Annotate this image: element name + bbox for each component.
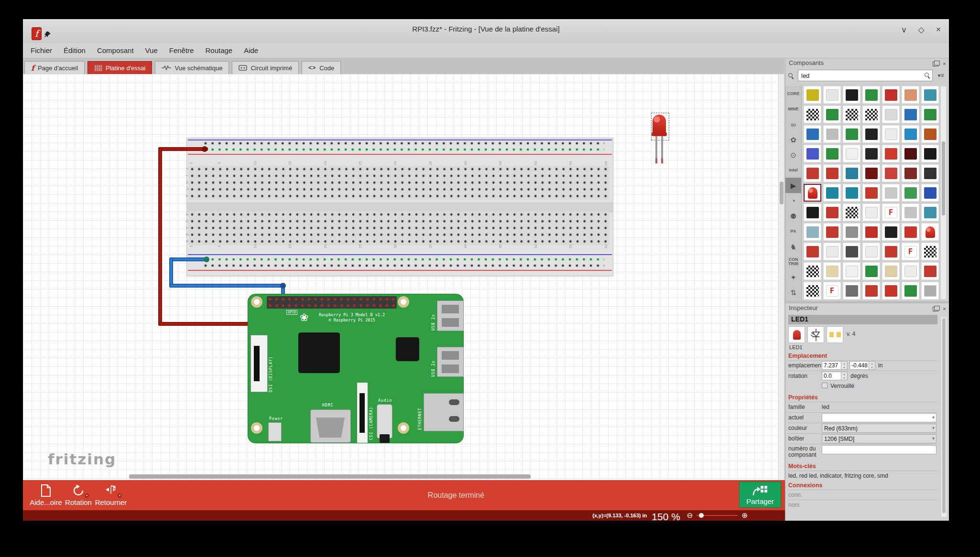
schematic-preview[interactable] [807, 326, 824, 343]
part-thumbnail[interactable]: F [823, 282, 841, 300]
part-thumbnail[interactable] [843, 106, 860, 123]
red-wire-segment[interactable] [158, 147, 208, 151]
part-thumbnail[interactable] [804, 262, 821, 280]
category-seeed[interactable]: ⊙ [785, 147, 801, 162]
part-thumbnail[interactable] [804, 125, 821, 143]
rail-holes-top-plus-connected[interactable] [202, 148, 604, 152]
blue-wire-bend[interactable] [280, 283, 286, 289]
led-leg[interactable] [661, 135, 663, 163]
led-part[interactable] [653, 115, 666, 135]
breadboard-bank-top[interactable] [189, 166, 609, 200]
parts-search-input[interactable] [798, 70, 933, 81]
part-thumbnail[interactable] [882, 125, 900, 143]
part-thumbnail[interactable] [823, 204, 841, 221]
breadboard-view-canvas[interactable]: 1155101015152020252530303535404045455050… [23, 74, 778, 480]
vertical-scrollbar-thumb[interactable] [780, 182, 784, 204]
part-thumbnail[interactable] [804, 106, 821, 123]
part-thumbnail[interactable] [882, 243, 900, 260]
part-thumbnail[interactable] [804, 145, 821, 162]
part-thumbnail[interactable] [862, 282, 880, 300]
dropdown-arrow[interactable]: ▾ [118, 493, 122, 498]
boitier-dropdown[interactable]: 1206 [SMD]▾ [822, 434, 936, 443]
part-thumbnail[interactable] [843, 145, 860, 162]
category-parallax[interactable]: PA [785, 224, 801, 239]
y-spin-arrows[interactable]: ▲▼ [869, 361, 875, 370]
part-thumbnail[interactable] [921, 204, 939, 221]
inspector-header[interactable]: Inspecteur × [785, 303, 949, 313]
maximize-button[interactable]: ◇ [916, 25, 926, 35]
minimize-button[interactable]: ∨ [899, 25, 909, 35]
rotation-field[interactable]: 0.0 [822, 372, 841, 380]
raspberry-pi-3-board[interactable]: GPIO ❀ Raspberry Pi 3 Model B v1.2 © Ras… [248, 294, 464, 443]
x-spin-arrows[interactable]: ▲▼ [841, 361, 848, 370]
part-thumbnail[interactable] [902, 282, 919, 300]
category-core[interactable]: CORE [785, 86, 801, 101]
horizontal-scrollbar[interactable] [129, 474, 531, 479]
red-wire-segment[interactable] [158, 147, 162, 326]
part-thumbnail[interactable] [921, 282, 939, 300]
share-button[interactable]: Partager [739, 482, 781, 508]
category-adafruit[interactable]: ✿ [785, 132, 801, 147]
part-thumbnail[interactable] [823, 106, 841, 123]
part-thumbnail[interactable] [823, 125, 841, 143]
part-thumbnail[interactable] [902, 204, 919, 221]
zoom-slider[interactable] [697, 512, 738, 519]
tab-code[interactable]: <>Code [302, 61, 341, 74]
rail-holes-bottom-minus-connected[interactable] [202, 257, 604, 262]
menu-dition[interactable]: Édition [58, 43, 91, 58]
part-thumbnail[interactable] [804, 223, 821, 241]
category-sparkfun[interactable]: ⚉ [785, 208, 801, 224]
breadboard-bank-bottom[interactable] [189, 211, 609, 245]
rail-holes-top-minus[interactable] [202, 141, 604, 146]
part-thumbnail[interactable] [921, 164, 939, 182]
close-panel-icon[interactable]: × [943, 59, 946, 69]
part-thumbnail[interactable] [902, 184, 919, 202]
title-bar[interactable]: f RPI3.fzz* - Fritzing - [Vue de la plat… [23, 19, 949, 43]
part-thumbnail[interactable] [902, 262, 919, 280]
part-thumbnail[interactable] [882, 262, 900, 280]
part-thumbnail[interactable] [843, 262, 860, 280]
part-thumbnail[interactable] [823, 86, 841, 104]
category-mine[interactable]: MINE [785, 101, 801, 117]
couleur-dropdown[interactable]: Red (633nm)▾ [822, 424, 936, 433]
part-thumbnail[interactable] [921, 243, 939, 260]
category-intel[interactable]: intel [785, 162, 801, 178]
part-thumbnail[interactable] [882, 223, 900, 241]
zoom-in-icon[interactable]: ⊕ [741, 511, 748, 520]
rotation-button[interactable]: ▾Rotation [62, 484, 95, 506]
part-thumbnail[interactable] [902, 145, 919, 162]
retourner-button[interactable]: ▾Retourner [95, 484, 127, 506]
part-thumbnail[interactable] [921, 86, 939, 104]
y-coordinate-field[interactable]: -0.448 [849, 361, 869, 370]
category-contrib[interactable]: CONTRIB [785, 254, 801, 269]
part-thumbnail[interactable] [862, 223, 880, 241]
part-thumbnail[interactable] [843, 125, 860, 143]
tab-vue-sch-matique[interactable]: Vue schématique [155, 61, 229, 74]
part-thumbnail[interactable] [902, 125, 919, 143]
part-thumbnail[interactable] [921, 106, 939, 123]
part-thumbnail[interactable] [804, 204, 821, 221]
part-thumbnail[interactable] [804, 282, 821, 300]
part-thumbnail[interactable] [843, 282, 860, 300]
part-thumbnail[interactable] [921, 262, 939, 280]
part-thumbnail[interactable] [843, 223, 860, 241]
part-thumbnail[interactable] [902, 106, 919, 123]
part-thumbnail[interactable] [921, 184, 939, 202]
menu-fichier[interactable]: Fichier [25, 43, 58, 58]
float-panel-icon[interactable] [933, 307, 938, 311]
tab-platine-d-essai[interactable]: Platine d'essai [87, 61, 152, 74]
part-thumbnail[interactable] [862, 184, 880, 202]
part-thumbnail[interactable] [882, 164, 900, 182]
part-thumbnail[interactable] [882, 145, 900, 162]
category-snootlab[interactable]: ◔ [785, 193, 801, 208]
part-thumbnail[interactable] [862, 164, 880, 182]
close-button[interactable]: × [934, 25, 943, 35]
part-thumbnail[interactable] [843, 184, 860, 202]
part-thumbnail[interactable] [921, 125, 939, 143]
part-thumbnail[interactable] [843, 204, 860, 221]
search-options-menu[interactable]: ▾≡ [935, 71, 947, 80]
part-thumbnail-red-led-selected[interactable] [804, 184, 821, 202]
part-thumbnail[interactable] [823, 262, 841, 280]
menu-composant[interactable]: Composant [91, 43, 140, 58]
part-thumbnail[interactable] [843, 86, 860, 104]
